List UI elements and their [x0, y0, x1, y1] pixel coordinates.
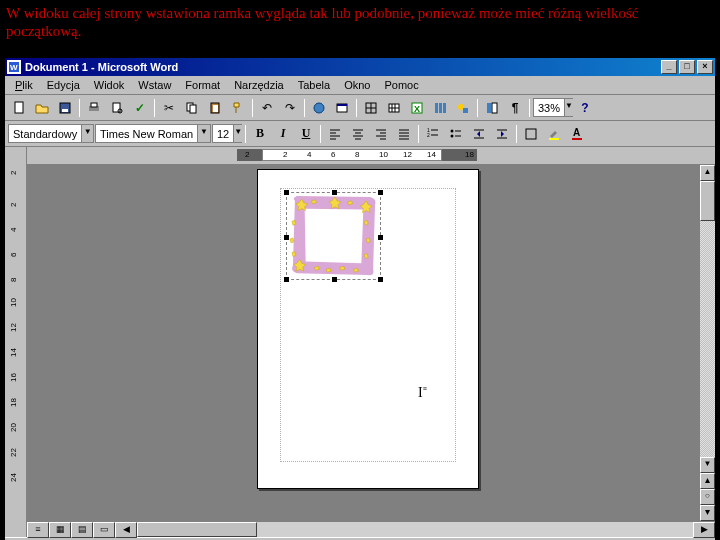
document-canvas[interactable]: I≡ ▲ ▼ ▴ ○ ▾	[27, 165, 715, 521]
open-button[interactable]	[31, 97, 53, 118]
minimize-button[interactable]: _	[661, 60, 677, 74]
style-combo[interactable]: Standardowy▼	[8, 124, 94, 143]
hscroll-thumb[interactable]	[137, 522, 257, 537]
drawing-button[interactable]	[452, 97, 474, 118]
formatting-toolbar: Standardowy▼ Times New Roman▼ 12▼ B I U …	[5, 121, 715, 147]
hyperlink-button[interactable]	[308, 97, 330, 118]
print-preview-button[interactable]	[106, 97, 128, 118]
vertical-scrollbar[interactable]: ▲ ▼ ▴ ○ ▾	[699, 165, 715, 521]
scroll-down-button[interactable]: ▼	[700, 457, 715, 473]
menu-edit[interactable]: Edycja	[41, 78, 86, 92]
online-layout-view-button[interactable]: ▦	[49, 522, 71, 538]
align-left-button[interactable]	[324, 123, 346, 144]
bulleted-list-button[interactable]	[445, 123, 467, 144]
prev-page-button[interactable]: ▴	[700, 473, 715, 489]
hscroll-left-button[interactable]: ◀	[115, 522, 137, 538]
svg-rect-26	[439, 103, 442, 113]
scroll-thumb[interactable]	[700, 181, 715, 221]
align-right-button[interactable]	[370, 123, 392, 144]
title-bar[interactable]: W Dokument 1 - Microsoft Word _ □ ×	[5, 58, 715, 76]
cut-button[interactable]: ✂	[158, 97, 180, 118]
chevron-down-icon[interactable]: ▼	[564, 99, 573, 116]
svg-rect-60	[526, 129, 536, 139]
help-button[interactable]: ?	[574, 97, 596, 118]
svg-rect-2	[15, 102, 23, 113]
svg-rect-12	[213, 105, 218, 112]
format-painter-button[interactable]	[227, 97, 249, 118]
presentation-caption: W widoku całej strony wstawiona ramka wy…	[0, 0, 720, 50]
outline-view-button[interactable]: ▭	[93, 522, 115, 538]
menu-insert[interactable]: Wstaw	[132, 78, 177, 92]
decorative-star-border-clipart	[287, 193, 380, 279]
menu-format[interactable]: Format	[179, 78, 226, 92]
new-doc-button[interactable]	[8, 97, 30, 118]
svg-rect-7	[113, 103, 120, 112]
horizontal-ruler[interactable]: 2 2 4 6 8 10 12 14 18	[27, 147, 715, 165]
svg-rect-15	[337, 104, 347, 106]
svg-text:2: 2	[427, 132, 430, 138]
numbered-list-button[interactable]: 12	[422, 123, 444, 144]
next-page-button[interactable]: ▾	[700, 505, 715, 521]
svg-rect-27	[443, 103, 446, 113]
svg-rect-25	[435, 103, 438, 113]
svg-rect-10	[190, 105, 196, 113]
show-paragraph-button[interactable]: ¶	[504, 97, 526, 118]
italic-button[interactable]: I	[272, 123, 294, 144]
bold-button[interactable]: B	[249, 123, 271, 144]
undo-button[interactable]: ↶	[256, 97, 278, 118]
svg-rect-63	[572, 138, 582, 140]
svg-rect-61	[549, 138, 559, 140]
scroll-up-button[interactable]: ▲	[700, 165, 715, 181]
decrease-indent-button[interactable]	[468, 123, 490, 144]
normal-view-button[interactable]: ≡	[27, 522, 49, 538]
align-justify-button[interactable]	[393, 123, 415, 144]
hscroll-right-button[interactable]: ▶	[693, 522, 715, 538]
window-title: Dokument 1 - Microsoft Word	[25, 61, 178, 73]
excel-button[interactable]: X	[406, 97, 428, 118]
svg-rect-6	[91, 103, 97, 107]
menu-table[interactable]: Tabela	[292, 78, 336, 92]
font-size-combo[interactable]: 12▼	[212, 124, 242, 143]
web-toolbar-button[interactable]	[331, 97, 353, 118]
font-color-button[interactable]: A	[566, 123, 588, 144]
svg-point-53	[451, 134, 454, 137]
word-sys-icon[interactable]: W	[7, 60, 21, 74]
document-area: 2 2 4 6 8 10 12 14 16 18 20 22 24 2 2 4 …	[5, 147, 715, 537]
word-window: W Dokument 1 - Microsoft Word _ □ × Plik…	[3, 56, 717, 538]
insert-table-button[interactable]	[383, 97, 405, 118]
save-button[interactable]	[54, 97, 76, 118]
increase-indent-button[interactable]	[491, 123, 513, 144]
align-center-button[interactable]	[347, 123, 369, 144]
maximize-button[interactable]: □	[679, 60, 695, 74]
svg-rect-31	[492, 103, 497, 113]
chevron-down-icon[interactable]: ▼	[197, 125, 210, 142]
tables-borders-button[interactable]	[360, 97, 382, 118]
doc-map-button[interactable]	[481, 97, 503, 118]
horizontal-scrollbar[interactable]	[137, 522, 693, 537]
menu-file[interactable]: Plik	[9, 78, 39, 92]
highlight-button[interactable]	[543, 123, 565, 144]
redo-button[interactable]: ↷	[279, 97, 301, 118]
copy-button[interactable]	[181, 97, 203, 118]
print-button[interactable]	[83, 97, 105, 118]
text-cursor-icon: I≡	[418, 385, 427, 401]
page-layout-view-button[interactable]: ▤	[71, 522, 93, 538]
menu-window[interactable]: Okno	[338, 78, 376, 92]
underline-button[interactable]: U	[295, 123, 317, 144]
inserted-frame[interactable]	[286, 192, 381, 280]
spellcheck-button[interactable]: ✓	[129, 97, 151, 118]
menu-view[interactable]: Widok	[88, 78, 131, 92]
menu-tools[interactable]: Narzędzia	[228, 78, 290, 92]
columns-button[interactable]	[429, 97, 451, 118]
chevron-down-icon[interactable]: ▼	[81, 125, 93, 142]
zoom-combo[interactable]: 33%▼	[533, 98, 573, 117]
font-combo[interactable]: Times New Roman▼	[95, 124, 211, 143]
chevron-down-icon[interactable]: ▼	[233, 125, 242, 142]
close-button[interactable]: ×	[697, 60, 713, 74]
browse-object-button[interactable]: ○	[700, 489, 715, 505]
paste-button[interactable]	[204, 97, 226, 118]
borders-button[interactable]	[520, 123, 542, 144]
vertical-ruler[interactable]: 2 2 4 6 8 10 12 14 16 18 20 22 24	[5, 147, 27, 537]
menu-help[interactable]: Pomoc	[378, 78, 424, 92]
svg-point-13	[314, 103, 324, 113]
